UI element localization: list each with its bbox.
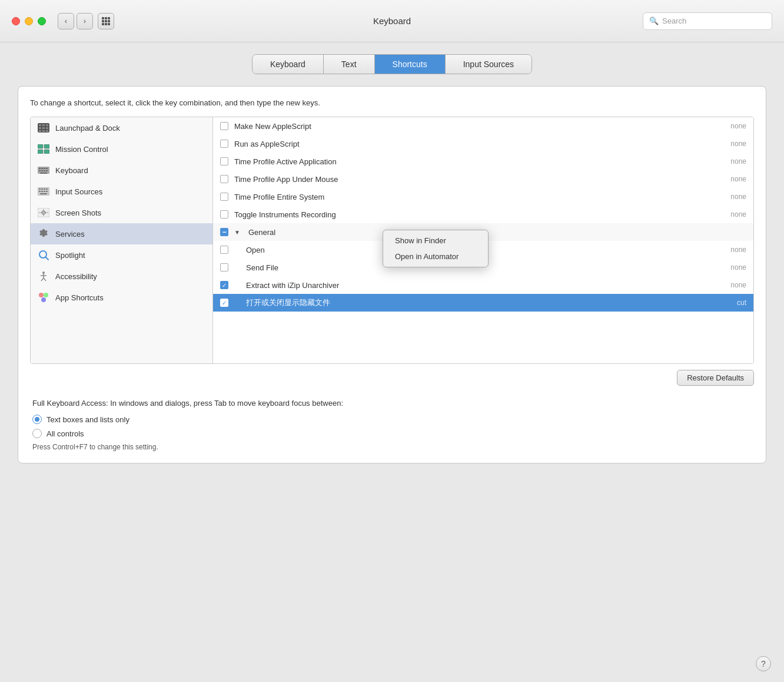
minimize-button[interactable] xyxy=(25,17,33,25)
svg-rect-32 xyxy=(46,191,48,192)
shortcut-key-run-applescript: none xyxy=(730,140,746,148)
sidebar-item-accessibility[interactable]: Accessibility xyxy=(31,266,212,287)
shortcut-name-time-system: Time Profile Entire System xyxy=(234,193,725,201)
tabs: Keyboard Text Shortcuts Input Sources xyxy=(252,54,532,74)
chevron-down-icon: ▼ xyxy=(234,229,240,236)
svg-line-39 xyxy=(46,257,48,260)
shortcut-key-toggle-hidden: cut xyxy=(737,299,746,307)
svg-rect-7 xyxy=(39,130,41,132)
svg-rect-22 xyxy=(46,170,48,171)
launchpad-icon xyxy=(38,122,49,134)
sidebar-item-services[interactable]: Services xyxy=(31,223,212,244)
shortcut-row-extract-izip[interactable]: ✓ Extract with iZip Unarchiver none xyxy=(213,276,753,294)
svg-rect-13 xyxy=(44,150,49,154)
sidebar-label-appshortcuts: App Shortcuts xyxy=(55,293,104,302)
shortcut-row-make-applescript[interactable]: Make New AppleScript none xyxy=(213,117,753,135)
checkbox-toggle-hidden[interactable]: ✓ xyxy=(220,299,228,307)
radio-label-text-boxes: Text boxes and lists only xyxy=(46,415,129,424)
shortcut-row-time-mouse[interactable]: Time Profile App Under Mouse none xyxy=(213,170,753,188)
checkbox-general-minus[interactable]: − xyxy=(220,228,228,236)
settings-panel: To change a shortcut, select it, click t… xyxy=(18,86,766,464)
search-icon: 🔍 xyxy=(649,16,659,25)
svg-rect-19 xyxy=(39,170,41,171)
radio-option-text-boxes[interactable]: Text boxes and lists only xyxy=(32,415,752,424)
radio-dot xyxy=(35,417,39,422)
svg-rect-12 xyxy=(38,150,43,154)
keyboard-icon xyxy=(38,164,49,176)
fka-hint: Press Control+F7 to change this setting. xyxy=(32,443,752,451)
app-grid-button[interactable] xyxy=(98,13,114,29)
tab-text[interactable]: Text xyxy=(324,55,375,74)
radio-option-all-controls[interactable]: All controls xyxy=(32,429,752,438)
radio-all-controls[interactable] xyxy=(32,429,42,438)
sidebar-item-launchpad[interactable]: Launchpad & Dock xyxy=(31,117,212,138)
tabs-container: Keyboard Text Shortcuts Input Sources xyxy=(18,54,766,74)
svg-rect-16 xyxy=(41,168,43,169)
close-button[interactable] xyxy=(12,17,20,25)
shortcut-row-toggle-instruments[interactable]: Toggle Instruments Recording none xyxy=(213,206,753,223)
shortcut-name-run-applescript: Run as AppleScript xyxy=(234,140,725,148)
sidebar-label-services: Services xyxy=(55,230,85,239)
checkbox-time-mouse[interactable] xyxy=(220,175,228,183)
shortcut-key-time-mouse: none xyxy=(730,175,746,183)
checkbox-time-active[interactable] xyxy=(220,157,228,165)
context-menu-show-finder[interactable]: Show in Finder xyxy=(383,233,488,249)
svg-rect-15 xyxy=(39,168,41,169)
checkbox-make-applescript[interactable] xyxy=(220,122,228,130)
shortcut-row-time-active[interactable]: Time Profile Active Application none xyxy=(213,153,753,170)
shortcut-row-time-system[interactable]: Time Profile Entire System none xyxy=(213,188,753,206)
help-icon: ? xyxy=(761,659,766,668)
tab-input-sources[interactable]: Input Sources xyxy=(446,55,531,74)
sidebar-item-spotlight[interactable]: Spotlight xyxy=(31,244,212,266)
context-menu: Show in Finder Open in Automator xyxy=(383,230,489,267)
svg-line-43 xyxy=(41,278,44,281)
sidebar-item-appshortcuts[interactable]: App Shortcuts xyxy=(31,287,212,308)
shortcut-row-toggle-hidden[interactable]: ✓ 打开或关闭显示隐藏文件 cut xyxy=(213,294,753,312)
checkbox-run-applescript[interactable] xyxy=(220,140,228,148)
sidebar-label-spotlight: Spotlight xyxy=(55,251,85,260)
traffic-lights xyxy=(12,17,46,25)
checkbox-toggle-instruments[interactable] xyxy=(220,210,228,218)
svg-rect-31 xyxy=(44,191,45,192)
checkbox-extract-izip[interactable]: ✓ xyxy=(220,281,228,289)
svg-rect-5 xyxy=(42,127,45,129)
checkbox-open[interactable] xyxy=(220,246,228,254)
sidebar-item-screenshots[interactable]: Screen Shots xyxy=(31,202,212,223)
shortcut-key-open: none xyxy=(730,246,746,254)
back-button[interactable]: ‹ xyxy=(58,13,74,29)
svg-rect-17 xyxy=(44,168,45,169)
checkbox-send-file[interactable] xyxy=(220,263,228,272)
forward-button[interactable]: › xyxy=(77,13,93,29)
svg-rect-18 xyxy=(46,168,48,169)
svg-point-45 xyxy=(39,293,44,297)
context-menu-open-automator[interactable]: Open in Automator xyxy=(383,249,488,264)
nav-buttons: ‹ › xyxy=(58,13,93,29)
svg-rect-11 xyxy=(44,144,49,148)
restore-defaults-button[interactable]: Restore Defaults xyxy=(677,370,754,386)
svg-rect-28 xyxy=(46,188,48,190)
svg-rect-6 xyxy=(46,127,48,129)
tab-shortcuts[interactable]: Shortcuts xyxy=(375,55,446,74)
sidebar-item-input[interactable]: Input Sources xyxy=(31,181,212,202)
svg-rect-23 xyxy=(40,173,47,174)
sidebar-item-keyboard[interactable]: Keyboard xyxy=(31,160,212,181)
radio-label-all-controls: All controls xyxy=(46,429,84,438)
shortcut-name-general: General xyxy=(248,228,746,237)
svg-rect-30 xyxy=(41,191,43,192)
sidebar-label-accessibility: Accessibility xyxy=(55,272,97,281)
checkbox-time-system[interactable] xyxy=(220,193,228,201)
shortcut-name-extract-izip: Extract with iZip Unarchiver xyxy=(234,281,725,290)
tab-keyboard[interactable]: Keyboard xyxy=(253,55,324,74)
svg-rect-3 xyxy=(46,124,48,126)
shortcut-key-make-applescript: none xyxy=(730,122,746,130)
shortcut-row-run-applescript[interactable]: Run as AppleScript none xyxy=(213,135,753,153)
svg-rect-33 xyxy=(40,193,47,194)
radio-text-boxes[interactable] xyxy=(32,415,42,424)
search-box[interactable]: 🔍 Search xyxy=(643,12,772,30)
svg-point-46 xyxy=(44,293,48,297)
svg-point-47 xyxy=(41,297,46,302)
fullscreen-button[interactable] xyxy=(38,17,46,25)
shortcut-name-toggle-instruments: Toggle Instruments Recording xyxy=(234,210,725,219)
sidebar-item-mission[interactable]: Mission Control xyxy=(31,138,212,160)
help-button[interactable]: ? xyxy=(756,656,771,671)
